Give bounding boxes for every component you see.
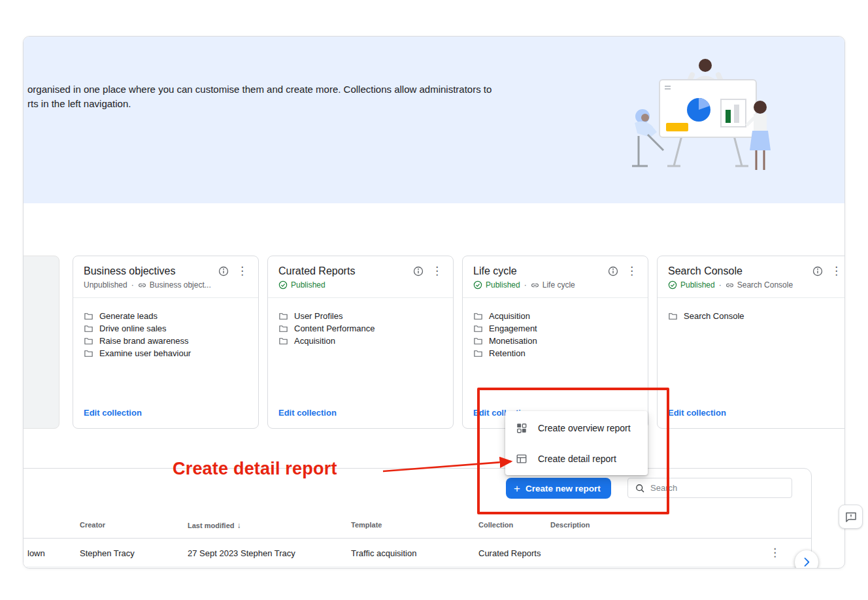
more-options-icon[interactable]: ⋮ <box>431 266 442 276</box>
collection-item-label: Raise brand awareness <box>99 336 189 346</box>
edit-collection-link[interactable]: Edit collection <box>278 408 337 418</box>
linked-collection-label: Search Console <box>737 280 793 290</box>
info-icon[interactable] <box>812 266 823 276</box>
hero-text-line1: organised in one place where you can cus… <box>27 82 492 97</box>
info-icon[interactable] <box>608 266 618 276</box>
linked-collection-label: Life cycle <box>542 280 575 290</box>
hero-text-line2: rts in the left navigation. <box>27 97 492 111</box>
card-header: Search Console ⋮ Published · <box>658 256 845 298</box>
folder-icon <box>84 336 93 346</box>
card-header: Business objectives ⋮ Unpublished · Busi… <box>73 256 258 298</box>
column-header-template[interactable]: Template <box>351 521 382 529</box>
column-header-last-modified[interactable]: Last modified↓ <box>188 521 241 530</box>
folder-icon <box>473 324 483 333</box>
carousel-next-button[interactable] <box>795 550 818 569</box>
sort-desc-icon: ↓ <box>237 521 241 530</box>
cell-collection: Curated Reports <box>478 548 541 558</box>
column-header-creator[interactable]: Creator <box>80 521 105 529</box>
collection-card-search-console: Search Console ⋮ Published · <box>657 256 845 429</box>
collection-item-label: Acquisition <box>294 336 335 346</box>
collection-item: Retention <box>473 347 637 359</box>
collection-title: Search Console <box>668 265 812 277</box>
published-check-icon <box>278 280 288 290</box>
table-header-row: Creator Last modified↓ Template Collecti… <box>23 520 811 539</box>
collection-item-label: Search Console <box>684 311 744 321</box>
annotation-label: Create detail report <box>173 459 337 479</box>
separator-dot: · <box>131 280 135 290</box>
hero-description: organised in one place where you can cus… <box>27 82 492 111</box>
create-new-report-button[interactable]: + Create new report <box>506 478 611 499</box>
collection-item-list: Generate leads Drive online sales Raise … <box>73 298 258 359</box>
collection-item-label: Content Performance <box>294 324 375 333</box>
cell-creator: Stephen Tracy <box>80 548 135 558</box>
status-text: Published <box>486 280 520 290</box>
more-options-icon[interactable]: ⋮ <box>626 266 637 276</box>
folder-icon <box>668 311 678 321</box>
status-text: Unpublished <box>84 280 127 290</box>
edit-collection-link[interactable]: Edit collection <box>84 408 142 418</box>
folder-icon <box>278 336 288 346</box>
menu-item-label: Create overview report <box>538 423 631 433</box>
menu-item-create-overview-report[interactable]: Create overview report <box>505 412 648 443</box>
linked-collection-label: Business object... <box>150 280 211 290</box>
column-header-description[interactable]: Description <box>550 521 590 529</box>
separator-dot: · <box>524 280 527 290</box>
detail-report-icon <box>516 453 527 465</box>
menu-item-label: Create detail report <box>538 454 616 464</box>
app-screen: organised in one place where you can cus… <box>23 36 845 569</box>
collection-title: Curated Reports <box>278 265 413 277</box>
create-report-menu: Create overview report Create detail rep… <box>505 411 648 475</box>
folder-icon <box>84 311 93 321</box>
feedback-icon <box>844 510 858 524</box>
collection-item-label: Generate leads <box>99 311 158 321</box>
folder-icon <box>278 324 288 333</box>
collection-item: Engagement <box>473 322 637 335</box>
menu-item-create-detail-report[interactable]: Create detail report <box>505 443 648 474</box>
separator-dot: · <box>718 280 722 290</box>
collection-title: Life cycle <box>473 265 608 277</box>
cell-last-modified: 27 Sept 2023 Stephen Tracy <box>188 548 295 558</box>
reports-panel: + Create new report Creator Last modifie… <box>23 468 812 569</box>
collection-item: Content Performance <box>278 322 442 335</box>
hero-banner: organised in one place where you can cus… <box>24 37 844 203</box>
search-input[interactable] <box>650 483 785 493</box>
folder-icon <box>278 311 288 321</box>
collection-item-label: Retention <box>489 348 526 358</box>
collection-card-partial <box>23 256 59 429</box>
collection-item: Generate leads <box>84 310 248 322</box>
collection-card-business-objectives: Business objectives ⋮ Unpublished · Busi… <box>73 256 259 429</box>
folder-icon <box>84 324 93 333</box>
collection-item: Drive online sales <box>84 322 248 335</box>
collection-item-label: Monetisation <box>489 336 537 346</box>
folder-icon <box>84 348 93 358</box>
collection-title: Business objectives <box>84 265 218 277</box>
hero-illustration <box>626 51 782 188</box>
published-check-icon <box>473 280 482 290</box>
row-more-options-icon[interactable]: ⋮ <box>769 546 780 559</box>
edit-collection-link[interactable]: Edit collection <box>668 408 726 418</box>
overview-report-icon <box>516 422 527 434</box>
cell-template: Traffic acquisition <box>351 548 416 558</box>
info-icon[interactable] <box>218 266 229 276</box>
feedback-button[interactable] <box>839 505 863 529</box>
more-options-icon[interactable]: ⋮ <box>237 266 248 276</box>
link-icon <box>726 281 734 290</box>
plus-icon: + <box>514 483 520 494</box>
search-box <box>627 478 792 498</box>
column-header-collection[interactable]: Collection <box>478 521 513 529</box>
search-icon <box>635 483 645 493</box>
more-options-icon[interactable]: ⋮ <box>831 266 842 276</box>
collection-item: User Profiles <box>278 310 442 322</box>
link-icon <box>138 281 146 290</box>
info-icon[interactable] <box>413 266 424 276</box>
collection-item: Search Console <box>668 310 842 322</box>
collection-card-curated-reports: Curated Reports ⋮ Published <box>267 256 454 429</box>
table-row[interactable]: lown Stephen Tracy 27 Sept 2023 Stephen … <box>23 539 811 567</box>
collection-item-list: User Profiles Content Performance Acquis… <box>268 298 453 347</box>
collection-item-list: Acquisition Engagement Monetisation Rete… <box>463 298 648 359</box>
collection-item-label: Drive online sales <box>99 324 167 333</box>
status-text: Published <box>291 280 326 290</box>
collection-item: Monetisation <box>473 335 637 347</box>
folder-icon <box>473 348 483 358</box>
status-text: Published <box>680 280 715 290</box>
